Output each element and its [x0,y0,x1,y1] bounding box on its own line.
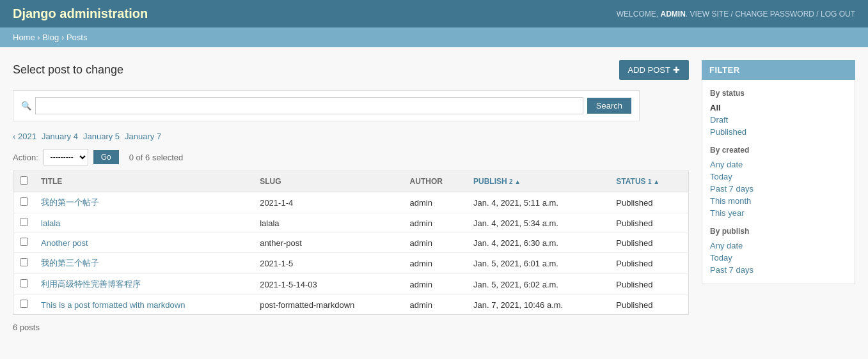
row-checkbox-5[interactable] [20,300,28,308]
action-bar: Action: --------- Go 0 of 6 selected [13,149,689,165]
row-title: 利用高级特性完善博客程序 [35,274,253,295]
row-checkbox-cell [13,192,35,213]
breadcrumb-current: Posts [67,33,88,42]
action-select[interactable]: --------- [43,149,88,165]
row-author: admin [404,274,467,295]
row-title: 我的第三个帖子 [35,253,253,274]
row-checkbox-cell [13,233,35,253]
th-status[interactable]: STATUS 1 ▲ [610,171,688,192]
row-slug: 2021-1-5-14-03 [253,274,403,295]
username: ADMIN [660,10,685,19]
site-title: Django administration [13,6,148,21]
search-button[interactable]: Search [587,98,631,114]
row-status: Published [610,253,688,274]
row-publish: Jan. 4, 2021, 5:11 a.m. [467,192,610,213]
search-input[interactable] [35,97,583,114]
table-header-row: TITLE SLUG AUTHOR PUBLISH 2 ▲ STATUS 1 ▲ [13,171,689,192]
post-title-link[interactable]: 我的第三个帖子 [41,258,99,268]
filter-publish-any-date[interactable]: Any date [710,241,847,250]
selected-count: 0 of 6 selected [129,153,184,162]
row-publish: Jan. 4, 2021, 5:34 a.m. [467,213,610,233]
row-slug: anther-post [253,233,403,253]
date-jan7-link[interactable]: January 7 [125,132,161,141]
post-title-link[interactable]: This is a post formatted with markdown [41,300,185,310]
year-prev-link[interactable]: ‹ 2021 [13,132,36,141]
table-body: 我的第一个帖子 2021-1-4 admin Jan. 4, 2021, 5:1… [13,192,689,315]
row-publish: Jan. 7, 2021, 10:46 a.m. [467,295,610,315]
table-row: 我的第一个帖子 2021-1-4 admin Jan. 4, 2021, 5:1… [13,192,689,213]
row-checkbox-1[interactable] [20,218,28,226]
table-row: This is a post formatted with markdown p… [13,295,689,315]
filter-created-this-year[interactable]: This year [710,208,847,218]
date-jan5-link[interactable]: January 5 [83,132,120,141]
log-out-link[interactable]: LOG OUT [821,10,855,19]
filter-all[interactable]: All [710,103,847,112]
row-author: admin [404,253,467,274]
filter-publish-past7[interactable]: Past 7 days [710,265,847,275]
th-slug: SLUG [253,171,403,192]
filter-created-past7[interactable]: Past 7 days [710,184,847,194]
header: Django administration WELCOME, ADMIN. VI… [0,0,868,27]
header-nav: WELCOME, ADMIN. VIEW SITE / CHANGE PASSW… [617,10,855,19]
row-checkbox-2[interactable] [20,238,28,246]
row-checkbox-cell [13,274,35,295]
post-title-link[interactable]: 利用高级特性完善博客程序 [41,279,141,289]
filter-draft[interactable]: Draft [710,115,847,125]
select-all-checkbox[interactable] [20,176,28,185]
row-checkbox-3[interactable] [20,258,28,266]
status-sort-indicator: 1 ▲ [648,178,659,185]
table-row: 利用高级特性完善博客程序 2021-1-5-14-03 admin Jan. 5… [13,274,689,295]
title-row: Select post to change ADD POST ✚ [13,60,689,80]
by-created-title: By created [710,146,847,155]
by-status-title: By status [710,89,847,98]
date-jan4-link[interactable]: January 4 [42,132,78,141]
content-area: Select post to change ADD POST ✚ 🔍 Searc… [13,60,689,332]
post-title-link[interactable]: Another post [41,238,88,248]
filter-published[interactable]: Published [710,127,847,137]
page-title: Select post to change [13,63,123,77]
change-password-link[interactable]: CHANGE PASSWORD [735,10,814,19]
row-author: admin [404,233,467,253]
filter-created-today[interactable]: Today [710,172,847,181]
post-count: 6 posts [13,323,689,332]
row-checkbox-cell [13,213,35,233]
row-author: admin [404,213,467,233]
post-title-link[interactable]: 我的第一个帖子 [41,197,99,207]
add-post-button[interactable]: ADD POST ✚ [619,60,689,80]
table-row: Another post anther-post admin Jan. 4, 2… [13,233,689,253]
row-checkbox-cell [13,253,35,274]
row-publish: Jan. 5, 2021, 6:01 a.m. [467,253,610,274]
view-site-link[interactable]: VIEW SITE [690,10,729,19]
row-checkbox-cell [13,295,35,315]
filter-header: FILTER [702,60,855,80]
th-title: TITLE [35,171,253,192]
breadcrumb: Home › Blog › Posts [0,27,868,47]
by-publish-title: By publish [710,227,847,236]
row-checkbox-0[interactable] [20,197,28,206]
row-slug: 2021-1-5 [253,253,403,274]
row-slug: 2021-1-4 [253,192,403,213]
filter-publish-today[interactable]: Today [710,253,847,263]
row-title: This is a post formatted with markdown [35,295,253,315]
search-icon: 🔍 [21,101,31,111]
row-author: admin [404,192,467,213]
main-layout: Select post to change ADD POST ✚ 🔍 Searc… [0,47,868,345]
search-form: 🔍 Search [13,90,640,121]
th-publish[interactable]: PUBLISH 2 ▲ [467,171,610,192]
post-title-link[interactable]: lalala [41,218,60,228]
plus-icon: ✚ [673,65,680,75]
row-status: Published [610,192,688,213]
posts-table: TITLE SLUG AUTHOR PUBLISH 2 ▲ STATUS 1 ▲ [13,171,689,315]
row-publish: Jan. 5, 2021, 6:02 a.m. [467,274,610,295]
row-status: Published [610,295,688,315]
filter-created-any-date[interactable]: Any date [710,160,847,169]
filter-created-this-month[interactable]: This month [710,196,847,206]
row-checkbox-4[interactable] [20,279,28,287]
row-status: Published [610,274,688,295]
row-slug: post-formatted-markdown [253,295,403,315]
row-title: 我的第一个帖子 [35,192,253,213]
sidebar: FILTER By status All Draft Published By … [702,60,855,332]
breadcrumb-blog[interactable]: Blog [42,33,59,42]
breadcrumb-home[interactable]: Home [13,33,35,42]
go-button[interactable]: Go [93,150,119,164]
